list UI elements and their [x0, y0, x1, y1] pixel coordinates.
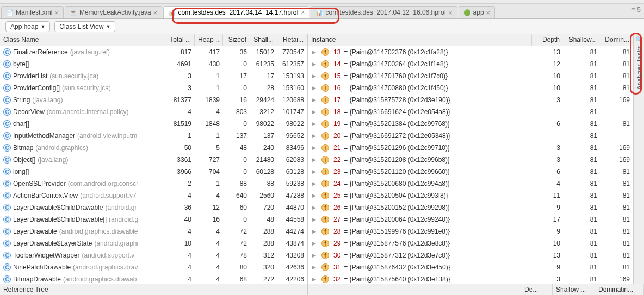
editor-tab[interactable]: 📊com.testdes.des_2017.04.12_16.06.hprof× [311, 6, 457, 18]
editor-tab[interactable]: 📊com.testdes.des_2017.04.14_14.17.hprof× [163, 6, 309, 18]
instance-row[interactable]: ▶f32 = {Paint@315875640 (0x12d3e138)} 3 … [308, 273, 633, 284]
editor-tab[interactable]: 🟢app× [459, 6, 496, 18]
reference-tree-header[interactable]: Reference Tree [0, 284, 308, 295]
instance-row[interactable]: ▶f30 = {Paint@315877312 (0x12d3e7c0)} 13… [308, 249, 633, 261]
expand-icon[interactable]: ▶ [312, 169, 316, 174]
instance-row[interactable]: ▶f29 = {Paint@315877576 (0x12d3e8c8)} 10… [308, 237, 633, 249]
field-icon: f [321, 275, 329, 283]
tab-close[interactable]: × [153, 9, 158, 17]
class-row[interactable]: CBitmapDrawable (android.graphics.drawab… [0, 273, 307, 284]
instance-row[interactable]: ▶f18 = {Paint@316691624 (0x12e054a8)} 81 [308, 106, 633, 118]
class-row[interactable]: CToolbarWidgetWrapper (android.support.v… [0, 249, 307, 261]
expand-icon[interactable]: ▶ [312, 241, 316, 246]
expand-icon[interactable]: ▶ [312, 85, 316, 91]
instance-row[interactable]: ▶f26 = {Paint@315200152 (0x12c99298)} 9 … [308, 202, 633, 214]
instance-row[interactable]: ▶f16 = {Paint@314700880 (0x12c1f450)} 10… [308, 82, 633, 94]
class-row[interactable]: Cchar[] 81519 1848 0 98022 98022 [0, 118, 307, 130]
expand-icon[interactable]: ▶ [312, 193, 316, 198]
expand-icon[interactable]: ▶ [312, 253, 316, 258]
expand-icon[interactable]: ▶ [312, 205, 316, 210]
tab-close[interactable]: × [448, 9, 453, 17]
instance-row[interactable]: ▶f27 = {Paint@315200064 (0x12c99240)} 17… [308, 214, 633, 225]
class-row[interactable]: CProviderList (sun.security.jca) 3 1 17 … [0, 70, 307, 82]
instance-row[interactable]: ▶f14 = {Paint@314700264 (0x12c1f1e8)} 12… [308, 58, 633, 70]
class-row[interactable]: Cbyte[] 4691 430 0 61235 612357 [0, 58, 307, 70]
instance-header[interactable]: Instance Depth Shallow... Domin... [308, 34, 633, 46]
tab-close[interactable]: × [54, 9, 59, 17]
class-row[interactable]: CString (java.lang) 81377 1839 16 29424 … [0, 94, 307, 106]
sizeof-value: 0 [223, 60, 250, 68]
list-mode-dropdown[interactable]: Class List View ▼ [54, 21, 115, 32]
expand-icon[interactable]: ▶ [312, 97, 316, 103]
instance-row[interactable]: ▶f13 = {Paint@314702376 (0x12c1fa28)} 13… [308, 46, 633, 58]
expand-icon[interactable]: ▶ [312, 145, 316, 150]
class-row[interactable]: CDecorView (com.android.internal.policy)… [0, 106, 307, 118]
field-icon: f [321, 144, 329, 152]
expand-icon[interactable]: ▶ [312, 157, 316, 162]
class-icon: C [3, 120, 11, 128]
shallow-value: 720 [250, 204, 277, 211]
shallow-value: 81 [564, 96, 600, 104]
expand-icon[interactable]: ▶ [312, 109, 316, 115]
class-row[interactable]: COpenSSLProvider (com.android.org.conscr… [0, 178, 307, 190]
expand-icon[interactable]: ▶ [312, 277, 316, 282]
shallow-value: 48 [250, 216, 277, 223]
class-row[interactable]: CFinalizerReference (java.lang.ref) 817 … [0, 46, 307, 58]
package-name: (sun.security.jca) [49, 72, 98, 80]
class-row[interactable]: CInputMethodManager (android.view.inputm… [0, 130, 307, 142]
instance-row[interactable]: ▶f28 = {Paint@315199976 (0x12c991e8)} 9 … [308, 225, 633, 237]
class-row[interactable]: Clong[] 3966 704 0 60128 60128 [0, 166, 307, 178]
sizeof-value: 72 [223, 228, 250, 235]
instance-row[interactable]: ▶f31 = {Paint@315876432 (0x12d3e450)} 9 … [308, 261, 633, 273]
expand-icon[interactable]: ▶ [312, 61, 316, 67]
heap-mode-dropdown[interactable]: App heap ▼ [5, 21, 50, 32]
heap-value: 1848 [195, 120, 223, 128]
editor-tab[interactable]: ☕MemoryLeakActivity.java× [65, 6, 162, 18]
tab-close[interactable]: × [301, 8, 305, 16]
depth-value: 3 [532, 144, 564, 152]
instance-row[interactable]: ▶f24 = {Paint@315200680 (0x12c994a8)} 4 … [308, 178, 633, 190]
instance-index: 28 [333, 228, 340, 235]
tab-label: com.testdes.des_2017.04.12_16.06.hprof [325, 9, 446, 16]
field-icon: f [321, 132, 329, 140]
expand-icon[interactable]: ▶ [312, 73, 316, 79]
instance-row[interactable]: ▶f22 = {Paint@315201208 (0x12c996b8)} 3 … [308, 154, 633, 166]
editor-tab[interactable]: 📄Manifest.xml× [1, 6, 64, 18]
instance-row[interactable]: ▶f21 = {Paint@315201296 (0x12c99710)} 3 … [308, 142, 633, 154]
class-row[interactable]: CActionBarContextView (android.support.v… [0, 190, 307, 202]
total-value: 3 [166, 72, 195, 80]
class-row[interactable]: CBitmap (android.graphics) 50 5 48 240 8… [0, 142, 307, 154]
class-row[interactable]: CLayerDrawable$LayerState (android.graph… [0, 237, 307, 249]
expand-icon[interactable]: ▶ [312, 133, 316, 139]
class-row[interactable]: CProviderConfig[] (sun.security.jca) 3 1… [0, 82, 307, 94]
instance-row[interactable]: ▶f19 = {Paint@315201384 (0x12c99768)} 6 … [308, 118, 633, 130]
instance-row[interactable]: ▶f23 = {Paint@315201120 (0x12c99660)} 6 … [308, 166, 633, 178]
instance-string: = {Paint@315877576 (0x12d3e8c8)} [344, 240, 450, 247]
expand-icon[interactable]: ▶ [312, 181, 316, 186]
class-row[interactable]: CLayerDrawable$ChildDrawable[] (android.… [0, 214, 307, 225]
expand-icon[interactable]: ▶ [312, 265, 316, 270]
class-row[interactable]: CNinePatchDrawable (android.graphics.dra… [0, 261, 307, 273]
class-list-header[interactable]: Class Name Total ... Heap ... Sizeof Sha… [0, 34, 307, 46]
instance-index: 25 [333, 192, 340, 199]
class-row[interactable]: CObject[] (java.lang) 3361 727 0 21480 6… [0, 154, 307, 166]
class-row[interactable]: CLayerDrawable$ChildDrawable (android.gr… [0, 202, 307, 214]
expand-icon[interactable]: ▶ [312, 121, 316, 127]
instance-row[interactable]: ▶f15 = {Paint@314701760 (0x12c1f7c0)} 10… [308, 70, 633, 82]
retained-value: 42636 [277, 263, 307, 271]
expand-icon[interactable]: ▶ [312, 229, 316, 234]
class-name: LayerDrawable$ChildDrawable[] [13, 216, 107, 223]
class-row[interactable]: CLayerDrawable (android.graphics.drawabl… [0, 225, 307, 237]
expand-icon[interactable]: ▶ [312, 217, 316, 222]
instance-row[interactable]: ▶f20 = {Paint@316691272 (0x12e05348)} 81 [308, 130, 633, 142]
tab-overflow[interactable]: ≡ 5 [631, 6, 641, 14]
instance-index: 13 [333, 48, 340, 56]
instance-row[interactable]: ▶f25 = {Paint@315200504 (0x12c993f8)} 11… [308, 190, 633, 202]
expand-icon[interactable]: ▶ [312, 49, 316, 55]
tab-close[interactable]: × [486, 9, 491, 17]
analyzer-tasks-tab[interactable]: 🔍 Analyzer Tasks [633, 34, 644, 284]
reference-tree-cols[interactable]: De... Shallow ... Dominatin... [308, 284, 644, 295]
class-list-pane: Class Name Total ... Heap ... Sizeof Sha… [0, 34, 308, 284]
instance-row[interactable]: ▶f17 = {Paint@315875728 (0x12d3e190)} 3 … [308, 94, 633, 106]
instance-index: 32 [333, 275, 340, 283]
